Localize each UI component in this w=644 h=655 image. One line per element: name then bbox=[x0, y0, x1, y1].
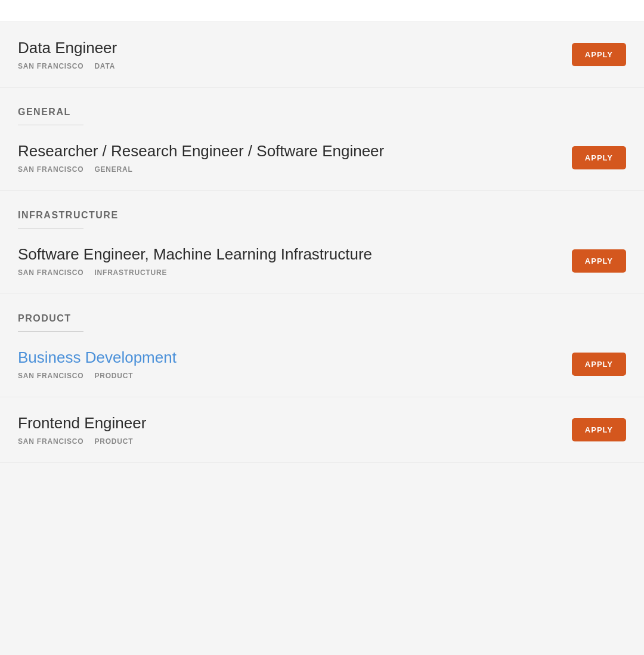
site-header bbox=[0, 0, 644, 22]
jobs-content: Data Engineer SAN FRANCISCO DATA APPLY G… bbox=[0, 22, 644, 463]
job-meta-ml-infra-engineer: SAN FRANCISCO INFRASTRUCTURE bbox=[18, 268, 554, 277]
job-item-data-engineer: Data Engineer SAN FRANCISCO DATA APPLY bbox=[0, 22, 644, 88]
apply-button-data-engineer[interactable]: APPLY bbox=[572, 43, 626, 66]
job-location-ml-infra-engineer: SAN FRANCISCO bbox=[18, 268, 83, 277]
job-info-data-engineer: Data Engineer SAN FRANCISCO DATA bbox=[18, 39, 554, 70]
section-header-general: GENERAL bbox=[0, 88, 644, 125]
job-location-frontend-engineer: SAN FRANCISCO bbox=[18, 437, 83, 446]
job-meta-frontend-engineer: SAN FRANCISCO PRODUCT bbox=[18, 437, 554, 446]
job-info-business-development: Business Development SAN FRANCISCO PRODU… bbox=[18, 348, 554, 380]
section-title-infrastructure: INFRASTRUCTURE bbox=[18, 210, 626, 221]
job-title-frontend-engineer: Frontend Engineer bbox=[18, 414, 554, 432]
job-info-researcher-engineer: Researcher / Research Engineer / Softwar… bbox=[18, 142, 554, 174]
job-location-business-development: SAN FRANCISCO bbox=[18, 372, 83, 380]
job-department-business-development: PRODUCT bbox=[94, 372, 133, 380]
apply-button-business-development[interactable]: APPLY bbox=[572, 353, 626, 376]
job-meta-business-development: SAN FRANCISCO PRODUCT bbox=[18, 372, 554, 380]
job-meta-data-engineer: SAN FRANCISCO DATA bbox=[18, 62, 554, 70]
job-item-frontend-engineer: Frontend Engineer SAN FRANCISCO PRODUCT … bbox=[0, 397, 644, 463]
job-title-ml-infra-engineer: Software Engineer, Machine Learning Infr… bbox=[18, 245, 554, 264]
job-meta-researcher-engineer: SAN FRANCISCO GENERAL bbox=[18, 165, 554, 174]
job-department-researcher-engineer: GENERAL bbox=[94, 165, 132, 174]
apply-button-researcher-engineer[interactable]: APPLY bbox=[572, 146, 626, 169]
job-title-researcher-engineer: Researcher / Research Engineer / Softwar… bbox=[18, 142, 554, 160]
job-title-data-engineer: Data Engineer bbox=[18, 39, 554, 57]
job-title-business-development: Business Development bbox=[18, 348, 554, 367]
section-title-product: PRODUCT bbox=[18, 313, 626, 324]
section-title-general: GENERAL bbox=[18, 107, 626, 118]
section-header-infrastructure: INFRASTRUCTURE bbox=[0, 191, 644, 228]
apply-button-frontend-engineer[interactable]: APPLY bbox=[572, 418, 626, 441]
job-department-frontend-engineer: PRODUCT bbox=[94, 437, 133, 446]
job-department-ml-infra-engineer: INFRASTRUCTURE bbox=[94, 268, 167, 277]
job-item-ml-infra-engineer: Software Engineer, Machine Learning Infr… bbox=[0, 228, 644, 294]
section-header-product: PRODUCT bbox=[0, 294, 644, 332]
apply-button-ml-infra-engineer[interactable]: APPLY bbox=[572, 249, 626, 273]
job-item-researcher-engineer: Researcher / Research Engineer / Softwar… bbox=[0, 125, 644, 191]
job-location-researcher-engineer: SAN FRANCISCO bbox=[18, 165, 83, 174]
job-department-data-engineer: DATA bbox=[94, 62, 115, 70]
job-info-frontend-engineer: Frontend Engineer SAN FRANCISCO PRODUCT bbox=[18, 414, 554, 446]
job-info-ml-infra-engineer: Software Engineer, Machine Learning Infr… bbox=[18, 245, 554, 277]
job-location-data-engineer: SAN FRANCISCO bbox=[18, 62, 83, 70]
job-item-business-development: Business Development SAN FRANCISCO PRODU… bbox=[0, 332, 644, 397]
